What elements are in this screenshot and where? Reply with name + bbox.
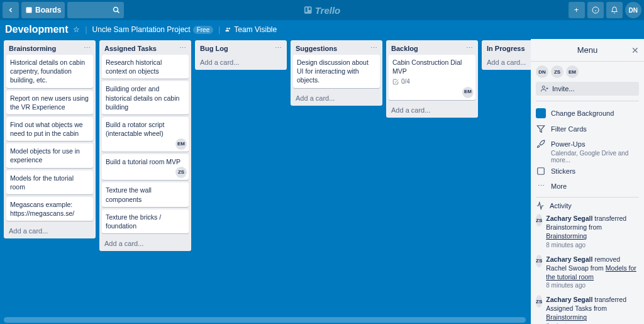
card-member-avatar[interactable]: EM bbox=[462, 87, 474, 98]
list-title[interactable]: Backlog bbox=[391, 45, 418, 52]
sticker-icon bbox=[536, 167, 546, 176]
menu-change-background[interactable]: Change Background bbox=[536, 105, 639, 121]
star-icon[interactable]: ☆ bbox=[73, 25, 80, 34]
list-menu-icon[interactable]: ⋯ bbox=[370, 44, 377, 52]
trello-icon bbox=[304, 6, 313, 14]
svg-rect-0 bbox=[26, 8, 32, 13]
menu-more[interactable]: ⋯More bbox=[536, 179, 639, 193]
list-title[interactable]: In Progress bbox=[487, 45, 525, 52]
list: Backlog⋯Cabin Construction Dial MVP0/4EM… bbox=[386, 40, 478, 118]
list: In Progress⋯Add a card... bbox=[482, 40, 531, 70]
card[interactable]: Texture the wall components bbox=[102, 182, 189, 206]
list-menu-icon[interactable]: ⋯ bbox=[84, 44, 91, 52]
card[interactable]: Model objects for use in experience bbox=[6, 143, 93, 167]
add-card-button[interactable]: Add a card... bbox=[291, 91, 382, 106]
visibility-button[interactable]: Team Visible bbox=[225, 25, 277, 34]
member-avatar[interactable]: DN bbox=[536, 65, 548, 78]
card[interactable]: Texture the bricks / foundation bbox=[102, 209, 189, 233]
menu-panel: Menu ✕ DNZSEM Invite... Change Backgroun… bbox=[531, 39, 644, 324]
rocket-icon bbox=[536, 140, 546, 148]
svg-rect-4 bbox=[309, 8, 311, 10]
list-title[interactable]: Bug Log bbox=[200, 45, 228, 52]
invite-icon bbox=[541, 85, 548, 92]
card[interactable]: Build a tutorial room MVPZS bbox=[102, 154, 189, 180]
card[interactable]: Research historical context on objects bbox=[102, 55, 189, 79]
trello-logo[interactable]: Trello bbox=[304, 5, 341, 16]
menu-members: DNZSEM bbox=[536, 65, 639, 78]
create-button[interactable]: + bbox=[569, 2, 585, 18]
svg-rect-3 bbox=[306, 8, 308, 12]
card[interactable]: Models for the tutorial room bbox=[6, 170, 93, 194]
checklist-count: 0/4 bbox=[401, 77, 410, 86]
search-icon bbox=[113, 6, 120, 14]
list: Bug Log⋯Add a card... bbox=[195, 40, 287, 70]
activity-avatar[interactable]: ZS bbox=[536, 295, 542, 308]
svg-rect-6 bbox=[538, 168, 545, 175]
activity-text: Zachary Segall transferred Assigned Task… bbox=[546, 295, 639, 322]
card[interactable]: Cabin Construction Dial MVP0/4EM bbox=[389, 55, 475, 100]
notifications-button[interactable] bbox=[606, 2, 623, 18]
list-title[interactable]: Suggestions bbox=[296, 45, 337, 52]
svg-rect-2 bbox=[304, 6, 312, 14]
horizontal-scrollbar[interactable] bbox=[4, 317, 526, 323]
add-card-button[interactable]: Add a card... bbox=[4, 223, 96, 238]
back-button[interactable] bbox=[3, 2, 19, 18]
add-card-button[interactable]: Add a card... bbox=[99, 236, 191, 251]
activity-link[interactable]: Brainstorming bbox=[546, 232, 587, 240]
user-avatar[interactable]: DN bbox=[625, 2, 641, 18]
card-member-avatar[interactable]: ZS bbox=[175, 167, 187, 178]
board-header: Development ☆ | Uncle Sam Plantation Pro… bbox=[0, 20, 644, 39]
activity-heading: Activity bbox=[536, 201, 639, 210]
list-menu-icon[interactable]: ⋯ bbox=[275, 44, 282, 52]
card[interactable]: Find out what objects we need to put in … bbox=[6, 117, 93, 141]
topbar: Boards Trello + DN bbox=[0, 0, 644, 20]
list-title[interactable]: Assigned Tasks bbox=[104, 45, 157, 52]
list-title[interactable]: Brainstorming bbox=[9, 45, 56, 52]
info-button[interactable] bbox=[587, 2, 604, 18]
add-card-button[interactable]: Add a card... bbox=[195, 55, 287, 70]
invite-button[interactable]: Invite... bbox=[536, 82, 639, 96]
list-menu-icon[interactable]: ⋯ bbox=[466, 44, 473, 52]
powerups-sub: Calendar, Google Drive and more... bbox=[551, 150, 639, 164]
activity-link[interactable]: Brainstorming bbox=[546, 313, 587, 321]
svg-point-1 bbox=[114, 8, 118, 12]
card[interactable]: Megascans example: https://megascans.se/ bbox=[6, 197, 93, 221]
project-link[interactable]: Uncle Sam Plantation Project Free bbox=[92, 25, 214, 34]
color-swatch-icon bbox=[536, 108, 546, 118]
member-avatar[interactable]: ZS bbox=[551, 65, 564, 78]
boards-icon bbox=[25, 6, 33, 14]
boards-button[interactable]: Boards bbox=[21, 2, 65, 18]
team-icon bbox=[225, 26, 231, 33]
card[interactable]: Building order and historical details on… bbox=[102, 81, 189, 115]
activity-item: ZSZachary Segall transferred Brainstormi… bbox=[536, 214, 639, 249]
menu-stickers[interactable]: Stickers bbox=[536, 164, 639, 179]
list: Suggestions⋯Design discussion about UI f… bbox=[291, 40, 382, 106]
activity-item: ZSZachary Segall removed Rachel Swoap fr… bbox=[536, 255, 639, 289]
filter-icon bbox=[536, 125, 546, 133]
member-avatar[interactable]: EM bbox=[566, 65, 579, 78]
card[interactable]: Report on new users using the VR Experie… bbox=[6, 91, 93, 115]
list: Assigned Tasks⋯Research historical conte… bbox=[99, 40, 191, 251]
plan-badge: Free bbox=[193, 26, 214, 34]
activity-icon bbox=[536, 201, 545, 210]
add-card-button[interactable]: Add a card... bbox=[386, 103, 478, 118]
activity-link[interactable]: Models for the tutorial room bbox=[546, 264, 636, 281]
search-input[interactable] bbox=[67, 2, 124, 18]
activity-item: ZSZachary Segall transferred Assigned Ta… bbox=[536, 295, 639, 324]
checklist-icon bbox=[392, 79, 399, 85]
menu-header: Menu ✕ bbox=[531, 39, 644, 62]
activity-avatar[interactable]: ZS bbox=[536, 214, 542, 226]
close-icon[interactable]: ✕ bbox=[631, 45, 639, 55]
card[interactable]: Historical details on cabin carpentry, f… bbox=[6, 55, 93, 88]
card[interactable]: Build a rotator script (interactable whe… bbox=[102, 117, 189, 152]
activity-time: 8 minutes ago bbox=[546, 282, 639, 289]
card-member-avatar[interactable]: EM bbox=[175, 138, 187, 150]
card[interactable]: Design discussion about UI for interacti… bbox=[293, 55, 380, 88]
menu-filter-cards[interactable]: Filter Cards bbox=[536, 121, 639, 137]
board-name[interactable]: Development bbox=[5, 24, 68, 35]
list-menu-icon[interactable]: ⋯ bbox=[179, 44, 186, 52]
more-icon: ⋯ bbox=[536, 182, 546, 190]
add-card-button[interactable]: Add a card... bbox=[482, 55, 531, 70]
list: Brainstorming⋯Historical details on cabi… bbox=[4, 40, 96, 238]
activity-avatar[interactable]: ZS bbox=[536, 255, 542, 267]
